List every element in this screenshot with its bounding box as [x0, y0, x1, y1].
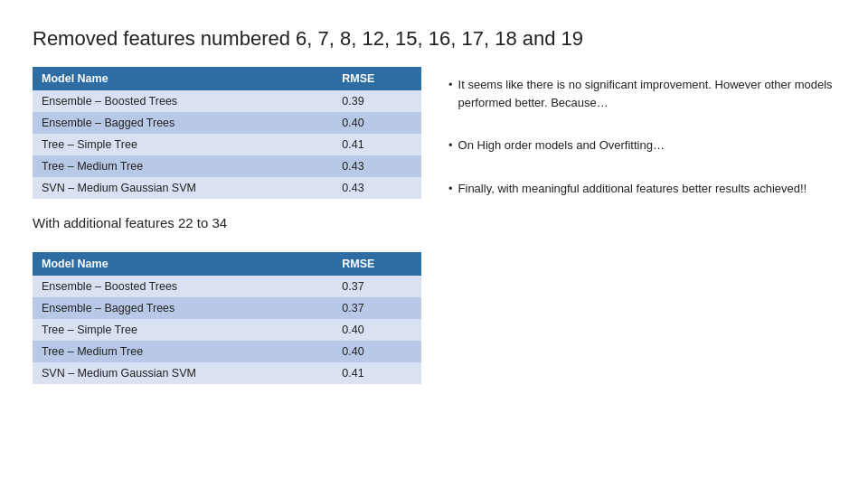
bullet-text-1: It seems like there is no significant im…: [458, 76, 835, 111]
table1-cell-1-0: Ensemble – Bagged Trees: [33, 112, 333, 134]
bullet-2: • On High order models and Overfitting…: [448, 136, 835, 155]
table1-cell-4-1: 0.43: [333, 177, 421, 199]
table2-cell-3-1: 0.40: [333, 341, 421, 362]
table1-cell-1-1: 0.40: [333, 112, 421, 134]
table1-cell-2-1: 0.41: [333, 134, 421, 155]
table2-header-model: Model Name: [33, 252, 333, 276]
bullet-1: • It seems like there is no significant …: [448, 76, 835, 111]
table1: Model Name RMSE Ensemble – Boosted Trees…: [33, 67, 421, 199]
bullets-column: • It seems like there is no significant …: [430, 67, 835, 470]
table2-cell-0-1: 0.37: [333, 276, 421, 297]
table2-row: SVN – Medium Gaussian SVM0.41: [33, 362, 421, 384]
table1-cell-3-1: 0.43: [333, 155, 421, 177]
table2-cell-1-1: 0.37: [333, 297, 421, 319]
table1-row: Ensemble – Bagged Trees0.40: [33, 112, 421, 134]
table2-row: Tree – Simple Tree0.40: [33, 319, 421, 341]
table1-cell-0-0: Ensemble – Boosted Trees: [33, 90, 333, 112]
table2-cell-4-1: 0.41: [333, 362, 421, 384]
table1-row: Tree – Simple Tree0.41: [33, 134, 421, 155]
table2: Model Name RMSE Ensemble – Boosted Trees…: [33, 252, 421, 384]
bullet-3: • Finally, with meaningful additional fe…: [448, 180, 835, 198]
table2-row: Tree – Medium Tree0.40: [33, 341, 421, 362]
table2-cell-4-0: SVN – Medium Gaussian SVM: [33, 362, 333, 384]
table1-container: Model Name RMSE Ensemble – Boosted Trees…: [33, 67, 421, 199]
table2-container: Model Name RMSE Ensemble – Boosted Trees…: [33, 252, 421, 384]
table2-header-rmse: RMSE: [333, 252, 421, 276]
table1-header-model: Model Name: [33, 67, 333, 90]
table1-cell-2-0: Tree – Simple Tree: [33, 134, 333, 155]
table1-header-rmse: RMSE: [333, 67, 421, 90]
bullet-text-2: On High order models and Overfitting…: [458, 136, 665, 155]
page: Removed features numbered 6, 7, 8, 12, 1…: [0, 0, 868, 488]
table2-row: Ensemble – Bagged Trees0.37: [33, 297, 421, 319]
bullet-dot-1: •: [448, 78, 453, 91]
page-title: Removed features numbered 6, 7, 8, 12, 1…: [33, 27, 835, 51]
table1-cell-3-0: Tree – Medium Tree: [33, 155, 333, 177]
bullet-dot-3: •: [448, 182, 453, 195]
table2-cell-3-0: Tree – Medium Tree: [33, 341, 333, 362]
table2-cell-1-0: Ensemble – Bagged Trees: [33, 297, 333, 319]
table1-row: Tree – Medium Tree0.43: [33, 155, 421, 177]
table1-row: Ensemble – Boosted Trees0.39: [33, 90, 421, 112]
table1-row: SVN – Medium Gaussian SVM0.43: [33, 177, 421, 199]
table2-cell-0-0: Ensemble – Boosted Trees: [33, 276, 333, 297]
bullet-text-3: Finally, with meaningful additional feat…: [458, 180, 807, 198]
tables-column: Model Name RMSE Ensemble – Boosted Trees…: [33, 67, 421, 470]
section2-title: With additional features 22 to 34: [33, 215, 421, 230]
table2-row: Ensemble – Boosted Trees0.37: [33, 276, 421, 297]
table2-cell-2-1: 0.40: [333, 319, 421, 341]
table1-cell-0-1: 0.39: [333, 90, 421, 112]
table2-cell-2-0: Tree – Simple Tree: [33, 319, 333, 341]
table1-cell-4-0: SVN – Medium Gaussian SVM: [33, 177, 333, 199]
content-row: Model Name RMSE Ensemble – Boosted Trees…: [33, 67, 835, 470]
bullet-dot-2: •: [448, 138, 453, 152]
